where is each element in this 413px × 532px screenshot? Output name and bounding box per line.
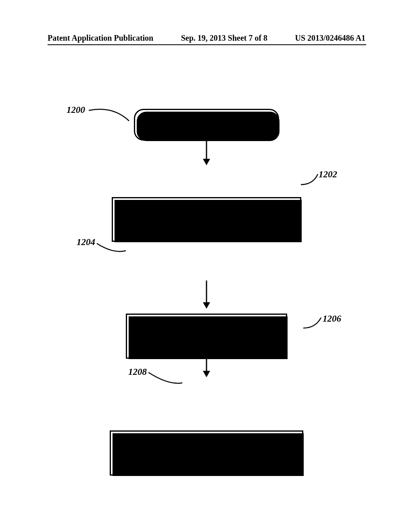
page-header: Patent Application Publication Sep. 19, … (0, 33, 413, 43)
arrow-1-head (203, 159, 210, 165)
header-center: Sep. 19, 2013 Sheet 7 of 8 (181, 33, 267, 43)
ref-1202: 1202 (319, 169, 337, 180)
flowchart: PROCESS NON-CONTIGUOUS ALLOCATION SUB-RO… (0, 109, 413, 295)
ref-1200: 1200 (67, 105, 85, 115)
lead-1204 (97, 242, 113, 254)
lead-1202 (301, 173, 317, 185)
lead-1208 (148, 371, 165, 383)
arrow-3-head (203, 302, 210, 309)
arrow-4-line (206, 352, 207, 371)
lead-1206 (303, 317, 319, 329)
arrow-4-head (203, 371, 210, 377)
terminal-start-text: PROCESS NON-CONTIGUOUS ALLOCATION SUB-RO… (148, 114, 265, 135)
lead-1200 (89, 109, 105, 121)
header-left: Patent Application Publication (48, 33, 153, 43)
terminal-start: PROCESS NON-CONTIGUOUS ALLOCATION SUB-RO… (134, 109, 279, 141)
arrow-2-line (206, 209, 207, 231)
ref-1206: 1206 (323, 314, 341, 324)
arrow-1-line (206, 139, 207, 159)
header-rule (48, 44, 366, 45)
figure-caption: Fig.12. (181, 437, 232, 457)
arrow-3-line (206, 281, 207, 302)
arrow-2-head (203, 231, 210, 237)
header-right: US 2013/0246486 A1 (295, 33, 365, 43)
ref-1204: 1204 (77, 237, 95, 247)
ref-1208: 1208 (128, 367, 147, 377)
